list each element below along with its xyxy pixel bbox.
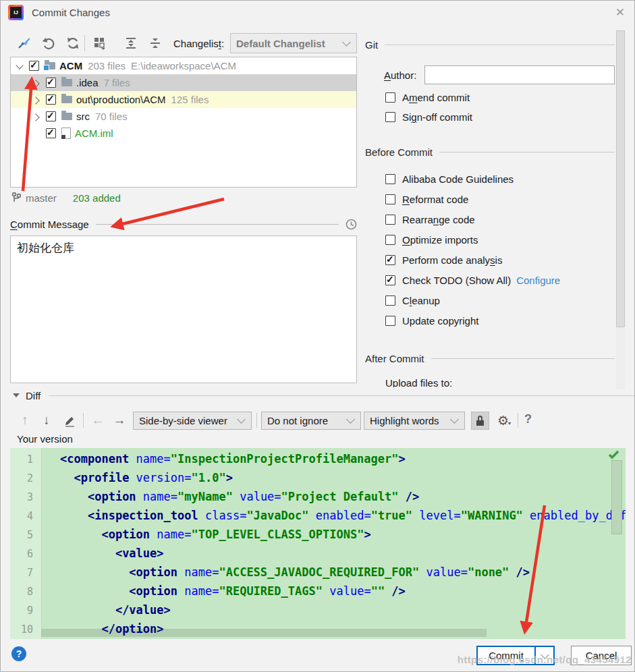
- code-line: 3 <option name="myName" value="Project D…: [10, 487, 626, 506]
- line-number: 4: [10, 507, 41, 526]
- include-checkbox[interactable]: [46, 111, 56, 121]
- option-label: Cleanup: [402, 295, 440, 306]
- chevron-right-icon[interactable]: [32, 95, 41, 105]
- folder-icon: [61, 96, 72, 103]
- option-row[interactable]: Perform code analysis: [385, 250, 560, 270]
- tree-row[interactable]: .idea7 files: [11, 74, 356, 91]
- checkbox[interactable]: [385, 235, 395, 245]
- show-diff-icon[interactable]: [16, 34, 33, 52]
- checkbox[interactable]: [385, 255, 395, 265]
- commit-changes-dialog: IJ Commit Changes ✕: [0, 0, 635, 672]
- chevron-right-icon[interactable]: [32, 78, 41, 88]
- commit-message-input[interactable]: 初始化仓库: [10, 235, 357, 383]
- changelist-label: Changelist:: [173, 38, 224, 49]
- include-checkbox[interactable]: [46, 78, 56, 88]
- message-history-clock-icon[interactable]: [346, 219, 357, 230]
- option-label: Reformat code: [402, 194, 468, 205]
- chevron-down-icon: [346, 415, 355, 424]
- separator-line: [49, 395, 634, 396]
- checkbox[interactable]: [385, 316, 395, 326]
- diff-section-title: Diff: [26, 390, 40, 401]
- line-number: 9: [10, 601, 41, 620]
- tree-row[interactable]: src70 files: [11, 108, 356, 125]
- option-row[interactable]: Alibaba Code Guidelines: [385, 169, 560, 189]
- prev-change-icon[interactable]: ↑: [16, 411, 34, 430]
- gear-icon[interactable]: ⚙▾: [494, 411, 514, 430]
- window-title: Commit Changes: [32, 7, 110, 18]
- checkbox[interactable]: [385, 174, 395, 184]
- option-row[interactable]: Amend commit: [385, 88, 472, 107]
- author-label: Author:: [384, 69, 416, 81]
- commit-options-arrow[interactable]: [534, 647, 553, 664]
- help-icon[interactable]: ?: [524, 412, 532, 426]
- include-checkbox[interactable]: [29, 61, 39, 71]
- line-number: 3: [10, 488, 41, 507]
- option-row[interactable]: Cleanup: [385, 290, 560, 310]
- commit-button[interactable]: Commit: [478, 647, 534, 664]
- option-row[interactable]: Update copyright: [385, 310, 560, 331]
- configure-link[interactable]: Configure: [516, 275, 560, 286]
- tree-row[interactable]: ACM.iml: [11, 125, 356, 142]
- changes-tree[interactable]: ACM203 filesE:\ideaworkspace\ACM.idea7 f…: [10, 57, 357, 188]
- git-section-header: Git: [365, 39, 615, 51]
- checkbox[interactable]: [385, 194, 395, 204]
- option-label: Optimize imports: [402, 234, 478, 246]
- line-number: 10: [10, 620, 41, 639]
- expand-all-icon[interactable]: [122, 34, 140, 52]
- checkbox[interactable]: [385, 215, 395, 225]
- line-number: 8: [10, 582, 41, 601]
- tree-row[interactable]: ACM203 filesE:\ideaworkspace\ACM: [11, 57, 356, 74]
- prev-diff-icon[interactable]: ←: [88, 411, 107, 430]
- tree-row[interactable]: out\production\ACM125 files: [11, 91, 356, 108]
- close-icon[interactable]: ✕: [615, 5, 625, 20]
- refresh-icon[interactable]: [64, 34, 82, 52]
- option-label: Sign-off commit: [402, 111, 472, 123]
- include-checkbox[interactable]: [46, 94, 56, 105]
- code-line: 7 <option name="ACCESS_JAVADOC_REQUIRED_…: [10, 563, 626, 582]
- cancel-button[interactable]: Cancel: [571, 646, 632, 665]
- option-label: Update copyright: [402, 315, 478, 327]
- node-file-count: 125 files: [171, 94, 209, 105]
- jump-to-source-icon[interactable]: [60, 411, 79, 430]
- author-field[interactable]: [424, 65, 615, 84]
- highlight-mode-dropdown[interactable]: Highlight words: [364, 412, 465, 430]
- option-row[interactable]: Optimize imports: [385, 229, 560, 250]
- collapse-diff-icon[interactable]: [13, 393, 20, 397]
- option-label: Check TODO (Show All): [402, 275, 511, 286]
- folder-icon: [61, 113, 72, 120]
- help-button[interactable]: ?: [11, 646, 26, 661]
- collapse-all-icon[interactable]: [146, 34, 164, 52]
- viewer-mode-dropdown[interactable]: Side-by-side viewer: [133, 412, 252, 430]
- option-row[interactable]: Reformat code: [385, 189, 560, 209]
- chevron-down-icon[interactable]: [15, 61, 24, 71]
- option-label: Amend commit: [402, 92, 470, 103]
- chevron-right-icon[interactable]: [32, 112, 41, 121]
- code-line: 9 </value>: [10, 600, 626, 619]
- checkbox[interactable]: [385, 275, 395, 285]
- options-scrollbar[interactable]: [616, 30, 625, 389]
- next-diff-icon[interactable]: →: [110, 411, 129, 430]
- node-file-count: 7 files: [104, 77, 130, 88]
- whitespace-policy-dropdown[interactable]: Do not ignore: [261, 412, 361, 430]
- node-label: src: [76, 111, 90, 122]
- line-number: 1: [10, 450, 41, 469]
- checkbox[interactable]: [385, 92, 395, 103]
- chevron-down-icon: [237, 415, 246, 424]
- changelist-dropdown[interactable]: Default Changelist: [230, 33, 357, 53]
- checkbox[interactable]: [385, 112, 395, 122]
- option-row[interactable]: Sign-off commit: [385, 107, 472, 127]
- commit-message-label: Commit Message: [10, 219, 89, 230]
- scrollbar-thumb[interactable]: [616, 30, 625, 327]
- checkbox[interactable]: [385, 296, 395, 306]
- diff-editor[interactable]: 1<component name="InspectionProjectProfi…: [10, 448, 626, 639]
- option-row[interactable]: Rearrange code: [385, 209, 560, 229]
- next-change-icon[interactable]: ↓: [37, 411, 56, 430]
- inspections-ok-icon: [608, 450, 620, 459]
- include-checkbox[interactable]: [46, 128, 56, 138]
- group-by-icon[interactable]: [91, 34, 109, 52]
- editor-vertical-scrollbar[interactable]: [611, 460, 622, 534]
- lock-icon[interactable]: [471, 412, 489, 430]
- option-row[interactable]: Check TODO (Show All)Configure: [385, 270, 560, 290]
- chevron-down-icon: [342, 38, 351, 47]
- rollback-icon[interactable]: [40, 34, 57, 52]
